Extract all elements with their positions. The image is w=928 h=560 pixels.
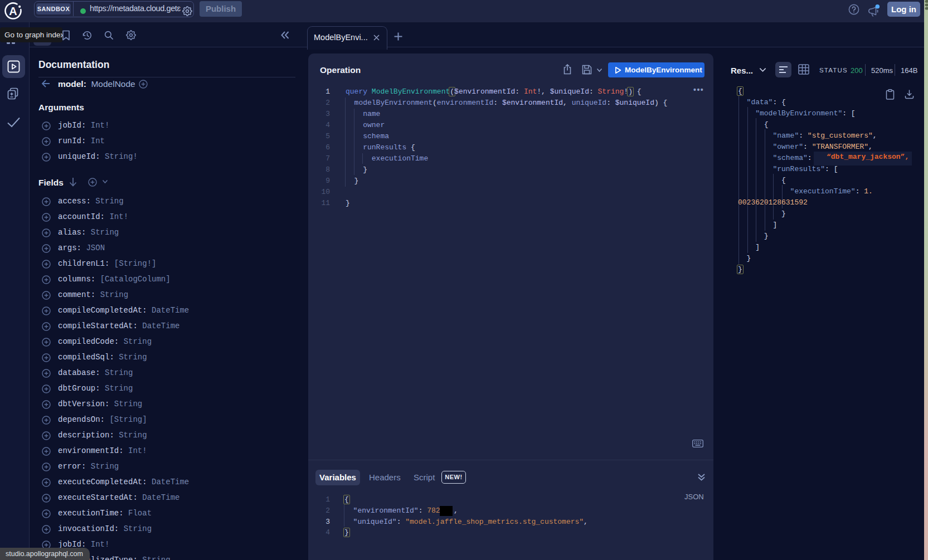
svg-text:A: A: [9, 5, 17, 17]
